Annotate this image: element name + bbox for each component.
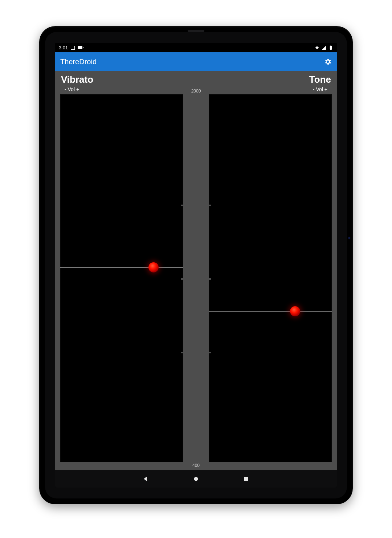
home-button[interactable] bbox=[193, 476, 199, 482]
scale-tick bbox=[205, 278, 211, 280]
scale-min-label: 400 bbox=[192, 463, 200, 468]
front-camera bbox=[348, 237, 351, 239]
navigation-bar bbox=[55, 470, 337, 488]
app-title: ThereDroid bbox=[60, 58, 97, 66]
left-panel-subtitle: - Vol + bbox=[65, 86, 79, 92]
settings-icon[interactable] bbox=[324, 58, 332, 66]
vibrato-pad[interactable] bbox=[60, 94, 183, 462]
bezel: 3:01 bbox=[45, 32, 347, 498]
center-gutter: 2000 400 bbox=[183, 94, 209, 462]
tone-guideline bbox=[209, 311, 332, 312]
screen: 3:01 bbox=[55, 43, 337, 488]
signal-icon bbox=[322, 45, 326, 50]
svg-point-2 bbox=[194, 477, 198, 481]
svg-rect-0 bbox=[330, 46, 332, 49]
back-button[interactable] bbox=[143, 476, 149, 482]
scale-tick bbox=[205, 352, 211, 353]
svg-rect-1 bbox=[330, 45, 331, 46]
status-time: 3:01 bbox=[59, 45, 68, 50]
scale-tick bbox=[205, 205, 211, 206]
right-panel-title: Tone bbox=[309, 74, 331, 85]
status-bar: 3:01 bbox=[55, 43, 337, 52]
left-panel-title: Vibrato bbox=[61, 74, 93, 85]
scale-max-label: 2000 bbox=[191, 89, 201, 94]
battery-icon bbox=[328, 45, 333, 50]
right-panel-subtitle: - Vol + bbox=[313, 86, 327, 92]
scale-tick bbox=[181, 352, 187, 353]
tablet-frame: 3:01 bbox=[39, 26, 353, 504]
app-bar: ThereDroid bbox=[55, 52, 337, 71]
tone-pad[interactable] bbox=[209, 94, 332, 462]
wifi-icon bbox=[315, 45, 319, 50]
recents-button[interactable] bbox=[243, 476, 249, 482]
scale-tick bbox=[181, 278, 187, 280]
content-area: Vibrato - Vol + Tone - Vol + bbox=[55, 71, 337, 470]
status-icon-card bbox=[78, 46, 82, 49]
svg-rect-3 bbox=[244, 477, 248, 481]
scale-tick bbox=[181, 205, 187, 206]
status-icon-app bbox=[71, 46, 75, 50]
vibrato-guideline bbox=[60, 267, 183, 267]
